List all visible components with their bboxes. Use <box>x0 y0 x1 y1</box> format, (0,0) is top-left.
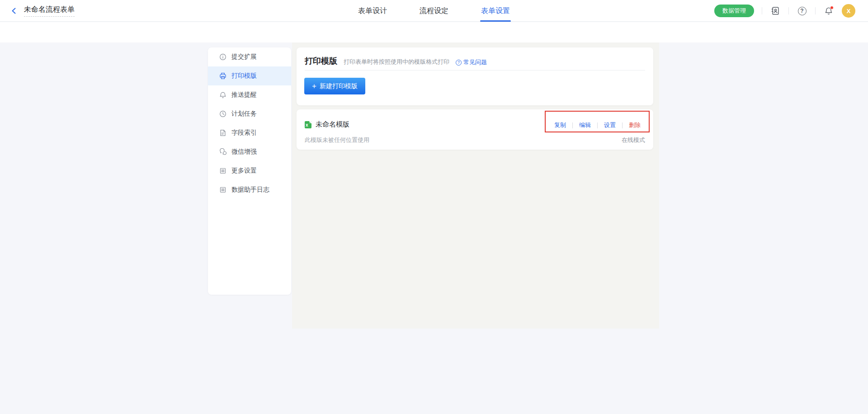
sidebar-item-label: 微信增强 <box>231 148 257 156</box>
template-name: 未命名模版 <box>316 120 349 129</box>
sidebar-item-scheduled-tasks[interactable]: 计划任务 <box>208 104 291 123</box>
header-divider <box>815 7 816 14</box>
plus-icon: + <box>312 82 316 90</box>
tab-form-design-label: 表单设计 <box>358 7 387 14</box>
tab-flow-setting[interactable]: 流程设定 <box>420 0 448 22</box>
notification-bell-icon[interactable] <box>823 5 834 16</box>
panel-divider <box>305 70 645 71</box>
tab-form-design[interactable]: 表单设计 <box>358 0 387 22</box>
data-manage-button[interactable]: 数据管理 <box>714 5 754 17</box>
template-mode-label: 在线模式 <box>622 136 645 144</box>
address-book-icon[interactable] <box>770 5 781 16</box>
tab-form-settings-label: 表单设置 <box>481 7 510 14</box>
header-divider <box>788 7 789 14</box>
list-icon <box>219 167 226 174</box>
sidebar-item-label: 推送提醒 <box>231 91 257 99</box>
panel-title: 打印模版 <box>305 56 337 66</box>
tab-form-settings[interactable]: 表单设置 <box>481 0 510 22</box>
copy-action-link[interactable]: 复制 <box>548 121 572 129</box>
template-list-item: x 未命名模版 复制 编辑 设置 删除 此模版未被任何位置使用 在线模式 <box>297 109 653 150</box>
header-divider <box>762 7 762 14</box>
faq-link-label: 常见问题 <box>463 58 487 66</box>
faq-link[interactable]: ? 常见问题 <box>456 58 487 66</box>
panel-header: 打印模版 打印表单时将按照使用中的模版格式打印 ? 常见问题 <box>305 56 645 66</box>
delete-action-link[interactable]: 删除 <box>623 121 647 129</box>
top-header: 未命名流程表单 表单设计 流程设定 表单设置 数据管理 ? <box>0 0 868 22</box>
new-print-template-button[interactable]: + 新建打印模版 <box>304 78 365 94</box>
subheader-band <box>0 22 868 42</box>
document-icon <box>219 129 226 136</box>
sidebar-item-data-assistant-log[interactable]: 数据助手日志 <box>208 180 291 199</box>
help-question-glyph: ? <box>798 7 807 15</box>
new-print-template-label: 新建打印模版 <box>320 82 358 90</box>
sidebar-item-more-settings[interactable]: 更多设置 <box>208 161 291 180</box>
sidebar-item-label: 字段索引 <box>231 129 257 137</box>
template-file-icon: x <box>305 121 311 128</box>
sidebar-item-submit-extension[interactable]: 提交扩展 <box>208 47 291 66</box>
sidebar-item-print-template[interactable]: 打印模版 <box>208 66 291 85</box>
settings-action-link[interactable]: 设置 <box>598 121 622 129</box>
notification-badge-dot <box>830 6 834 9</box>
sidebar-item-label: 提交扩展 <box>231 53 257 61</box>
tab-flow-setting-label: 流程设定 <box>420 7 448 14</box>
sidebar-item-label: 更多设置 <box>231 167 257 175</box>
template-usage-status: 此模版未被任何位置使用 <box>305 136 369 144</box>
template-title-row: x 未命名模版 <box>305 120 349 129</box>
question-circle-icon: ? <box>456 60 462 66</box>
print-template-panel: 打印模版 打印表单时将按照使用中的模版格式打印 ? 常见问题 + 新建打印模版 <box>297 47 653 105</box>
sidebar-item-label: 计划任务 <box>231 110 257 118</box>
clock-icon <box>219 110 226 118</box>
sidebar-item-label: 打印模版 <box>231 72 257 80</box>
help-icon[interactable]: ? <box>797 5 807 16</box>
printer-icon <box>219 72 226 80</box>
panel-description: 打印表单时将按照使用中的模版格式打印 <box>344 58 449 66</box>
app-root: 未命名流程表单 表单设计 流程设定 表单设置 数据管理 ? <box>0 0 868 414</box>
edit-action-link[interactable]: 编辑 <box>573 121 597 129</box>
settings-sidebar: 提交扩展 打印模版 推送提醒 计划任务 字段索引 <box>208 47 291 295</box>
sidebar-item-wechat-enhance[interactable]: 微信增强 <box>208 142 291 161</box>
sidebar-item-label: 数据助手日志 <box>231 186 269 194</box>
wechat-icon <box>219 148 226 155</box>
user-avatar[interactable]: X <box>842 4 855 18</box>
list-icon <box>219 186 226 193</box>
sidebar-item-push-reminder[interactable]: 推送提醒 <box>208 85 291 104</box>
template-actions: 复制 编辑 设置 删除 <box>548 121 647 129</box>
bell-icon <box>219 91 226 99</box>
header-right: 数据管理 ? <box>714 0 855 22</box>
info-icon <box>219 53 226 61</box>
sidebar-item-field-index[interactable]: 字段索引 <box>208 123 291 142</box>
